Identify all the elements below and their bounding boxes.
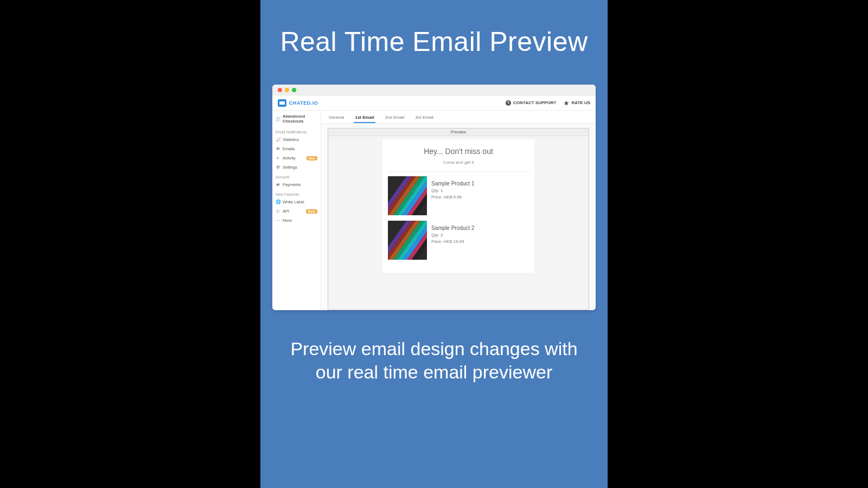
sidebar-item-activity[interactable]: ≡ Activity New	[272, 153, 321, 163]
brand-chat-icon	[278, 99, 286, 107]
product-image	[388, 176, 427, 215]
mac-max-dot[interactable]	[292, 88, 296, 92]
product-qty: Qty: 1	[431, 188, 475, 193]
preview-frame: Preview Hey... Don't miss out Come and g…	[328, 128, 589, 310]
list-icon: ≡	[276, 156, 280, 160]
more-icon: ⋯	[276, 218, 280, 223]
sidebar-item-settings[interactable]: ⚙ Settings	[272, 163, 321, 172]
product-row: Sample Product 1 Qty: 1 Price: HK$ 9.99	[388, 176, 529, 215]
new-badge: New	[307, 156, 317, 160]
mac-window-bar	[272, 85, 596, 95]
product-info: Sample Product 1 Qty: 1 Price: HK$ 9.99	[431, 176, 475, 215]
main-area: General 1st Email 2nd Email 3rd Email Pr…	[321, 111, 596, 310]
beta-badge: Beta	[306, 209, 317, 214]
sidebar-group-new-features: New Features	[272, 189, 321, 197]
product-price: Price: HK$ 19.99	[431, 239, 475, 244]
sidebar-item-label: More	[283, 218, 292, 223]
tab-third-email[interactable]: 3rd Email	[414, 112, 435, 123]
brand[interactable]: CHATED.IO	[278, 99, 318, 107]
sidebar-group-account: Account	[272, 172, 321, 180]
sidebar-item-statistics[interactable]: 📈 Statistics	[272, 135, 321, 144]
chart-icon: 📈	[276, 137, 280, 142]
preview-label: Preview	[328, 129, 589, 136]
product-info: Sample Product 2 Qty: 2 Price: HK$ 19.99	[431, 221, 475, 260]
code-icon: ◇	[276, 209, 280, 214]
app-header: CHATED.IO ? CONTACT SUPPORT ★ RATE US	[272, 95, 596, 111]
sidebar-item-white-label[interactable]: 🌐 White Label	[272, 197, 321, 207]
payments-icon: ⇄	[276, 182, 280, 187]
email-body: Hey... Don't miss out Come and get it	[382, 139, 534, 273]
cart-icon: 🛒	[276, 117, 280, 121]
sidebar-item-label: Payments	[283, 182, 301, 187]
sidebar-item-payments[interactable]: ⇄ Payments	[272, 180, 321, 189]
sidebar-item-label: API	[283, 209, 289, 214]
sidebar-item-label: Statistics	[283, 137, 299, 142]
contact-support-link[interactable]: ? CONTACT SUPPORT	[506, 100, 556, 106]
star-icon: ★	[564, 100, 569, 106]
tab-second-email[interactable]: 2nd Email	[384, 112, 406, 123]
product-qty: Qty: 2	[431, 233, 475, 237]
sidebar-item-label: Abandoned Checkouts	[283, 114, 317, 124]
screenshot-card: CHATED.IO ? CONTACT SUPPORT ★ RATE US 🛒 …	[272, 85, 596, 310]
product-price: Price: HK$ 9.99	[431, 195, 475, 200]
product-name: Sample Product 2	[431, 225, 475, 231]
promo-title: Real Time Email Preview	[280, 26, 588, 57]
promo-subtitle: Preview email design changes with our re…	[260, 337, 608, 383]
brand-text: CHATED.IO	[289, 100, 318, 106]
sidebar-item-label: Settings	[283, 165, 297, 170]
product-name: Sample Product 1	[431, 181, 475, 187]
promo-panel: Real Time Email Preview CHATED.IO ? CONT…	[260, 0, 608, 488]
divider	[388, 171, 529, 172]
rate-us-label: RATE US	[571, 100, 590, 105]
tab-first-email[interactable]: 1st Email	[354, 112, 375, 123]
sidebar-item-more[interactable]: ⋯ More	[272, 216, 321, 225]
product-image	[388, 221, 427, 260]
mail-icon: ✉	[276, 146, 280, 151]
tabs: General 1st Email 2nd Email 3rd Email	[321, 111, 596, 124]
help-icon: ?	[506, 100, 511, 106]
tab-general[interactable]: General	[328, 112, 345, 123]
mac-min-dot[interactable]	[285, 88, 289, 92]
sidebar-item-label: White Label	[283, 200, 304, 204]
mac-close-dot[interactable]	[278, 88, 282, 92]
sidebar-item-api[interactable]: ◇ API Beta	[272, 207, 321, 216]
sidebar-group-email-notifications: Email Notifications	[272, 127, 321, 135]
preview-wrapper: Preview Hey... Don't miss out Come and g…	[321, 124, 596, 310]
sidebar-item-abandoned-checkouts[interactable]: 🛒 Abandoned Checkouts	[272, 111, 321, 127]
app-body: 🛒 Abandoned Checkouts Email Notification…	[272, 111, 596, 310]
contact-support-label: CONTACT SUPPORT	[513, 100, 556, 105]
email-headline: Hey... Don't miss out	[388, 147, 529, 156]
globe-icon: 🌐	[276, 200, 280, 204]
rate-us-link[interactable]: ★ RATE US	[564, 100, 590, 106]
header-actions: ? CONTACT SUPPORT ★ RATE US	[506, 100, 590, 106]
sidebar: 🛒 Abandoned Checkouts Email Notification…	[272, 111, 321, 310]
email-subhead: Come and get it	[388, 160, 529, 165]
product-row: Sample Product 2 Qty: 2 Price: HK$ 19.99	[388, 221, 529, 260]
sidebar-item-label: Activity	[283, 156, 296, 160]
sidebar-item-emails[interactable]: ✉ Emails	[272, 144, 321, 153]
sidebar-item-label: Emails	[283, 146, 295, 151]
gear-icon: ⚙	[276, 165, 280, 170]
